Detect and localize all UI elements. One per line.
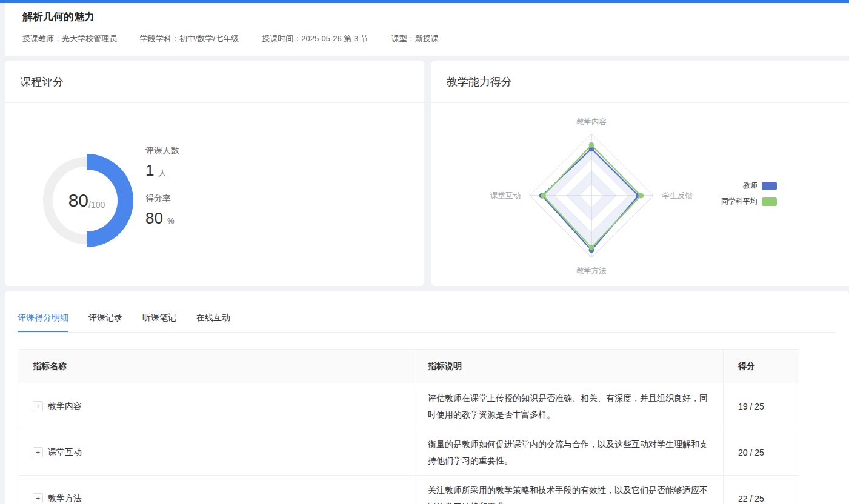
expand-row-button[interactable]: + — [33, 447, 43, 457]
course-meta-item: 授课教师：光大学校管理员 — [22, 33, 117, 44]
indicator-desc: 衡量的是教师如何促进课堂内的交流与合作，以及这些互动对学生理解和支持他们学习的重… — [428, 436, 708, 469]
tab-item[interactable]: 听课笔记 — [142, 313, 176, 332]
course-meta-item: 学段学科：初中/数学/七年级 — [140, 33, 239, 44]
reviewers-unit: 人 — [158, 168, 166, 179]
teaching-ability-card-title: 教学能力得分 — [447, 75, 512, 89]
indicator-name: 教学方法 — [48, 493, 82, 504]
legend-label: 同学科平均 — [721, 196, 757, 207]
teaching-ability-card-header: 教学能力得分 — [431, 61, 849, 103]
column-indicator-name: 指标名称 — [18, 350, 413, 383]
indicator-score: 20 / 25 — [738, 448, 764, 457]
indicator-name: 课堂互动 — [48, 447, 82, 458]
legend-label: 教师 — [743, 181, 757, 191]
indicator-name-cell: + 教学内容 — [18, 383, 413, 429]
indicator-score-cell: 22 / 25 — [723, 476, 799, 504]
legend-item[interactable]: 教师 — [743, 181, 777, 191]
course-score-card-header: 课程评分 — [5, 61, 424, 103]
svg-text:教学内容: 教学内容 — [576, 118, 607, 126]
table-row: + 课堂互动 衡量的是教师如何促进课堂内的交流与合作，以及这些互动对学生理解和支… — [18, 429, 799, 476]
radar-legend: 教师同学科平均 — [721, 181, 777, 207]
course-header: 解析几何的魅力 授课教师：光大学校管理员学段学科：初中/数学/七年级授课时间：2… — [5, 3, 849, 56]
meta-value: 光大学校管理员 — [62, 34, 117, 43]
legend-item[interactable]: 同学科平均 — [721, 196, 777, 207]
meta-value: 2025-05-26 第 3 节 — [301, 34, 368, 43]
indicator-name: 教学内容 — [48, 401, 82, 412]
svg-text:学生反馈: 学生反馈 — [662, 191, 693, 200]
donut-score-value: 80 — [68, 190, 88, 211]
score-donut-chart: 80/100 — [35, 148, 139, 253]
indicator-score-cell: 20 / 25 — [723, 429, 799, 475]
tab-item[interactable]: 在线互动 — [196, 313, 230, 332]
donut-center-text: 80/100 — [35, 148, 139, 253]
course-score-card-title: 课程评分 — [20, 75, 64, 89]
indicator-table: 指标名称 指标说明 得分 + 教学内容 评估教师在课堂上传授的知识是否准确、相关… — [18, 349, 799, 504]
indicator-desc: 评估教师在课堂上传授的知识是否准确、相关、有深度，并且组织良好，同时使用的教学资… — [428, 390, 708, 423]
score-rate-label: 得分率 — [145, 193, 179, 204]
meta-value: 新授课 — [415, 34, 439, 43]
teaching-ability-card: 教学能力得分 教学内容学生反馈教学方法课堂互动 教师同学科平均 — [431, 61, 849, 286]
tab-item[interactable]: 评课记录 — [88, 313, 122, 332]
meta-value: 初中/数学/七年级 — [179, 34, 239, 43]
svg-text:教学方法: 教学方法 — [576, 267, 607, 275]
indicator-score-cell: 19 / 25 — [723, 383, 799, 429]
column-score: 得分 — [723, 350, 799, 383]
meta-label: 授课时间： — [262, 34, 301, 43]
score-stats: 评课人数 1 人 得分率 80 % — [145, 145, 179, 228]
expand-row-button[interactable]: + — [33, 401, 43, 411]
indicator-desc-cell: 关注教师所采用的教学策略和技术手段的有效性，以及它们是否能够适应不同的学习风格和… — [413, 476, 723, 504]
course-meta-row: 授课教师：光大学校管理员学段学科：初中/数学/七年级授课时间：2025-05-2… — [22, 33, 439, 44]
indicator-name-cell: + 教学方法 — [18, 476, 413, 504]
indicator-desc-cell: 评估教师在课堂上传授的知识是否准确、相关、有深度，并且组织良好，同时使用的教学资… — [413, 383, 723, 429]
legend-marker — [762, 197, 777, 206]
detail-tabs: 评课得分明细评课记录听课笔记在线互动 — [18, 313, 836, 333]
score-rate-value: 80 — [145, 209, 163, 228]
radar-chart: 教学内容学生反馈教学方法课堂互动 — [431, 103, 849, 286]
score-rate-unit: % — [167, 216, 175, 225]
column-indicator-desc: 指标说明 — [413, 350, 723, 383]
tab-item[interactable]: 评课得分明细 — [18, 313, 68, 332]
svg-text:课堂互动: 课堂互动 — [490, 191, 521, 200]
meta-label: 课型： — [391, 34, 415, 43]
table-row: + 教学方法 关注教师所采用的教学策略和技术手段的有效性，以及它们是否能够适应不… — [18, 476, 799, 504]
reviewers-value: 1 — [145, 161, 154, 180]
donut-score-denominator: /100 — [88, 200, 105, 210]
indicator-score: 19 / 25 — [738, 402, 764, 411]
table-row: + 教学内容 评估教师在课堂上传授的知识是否准确、相关、有深度，并且组织良好，同… — [18, 383, 799, 429]
indicator-desc-cell: 衡量的是教师如何促进课堂内的交流与合作，以及这些互动对学生理解和支持他们学习的重… — [413, 429, 723, 475]
table-header-row: 指标名称 指标说明 得分 — [18, 350, 799, 383]
indicator-desc: 关注教师所采用的教学策略和技术手段的有效性，以及它们是否能够适应不同的学习风格和… — [428, 482, 708, 504]
detail-panel: 评课得分明细评课记录听课笔记在线互动 指标名称 指标说明 得分 + 教学内容 评… — [5, 291, 849, 504]
course-score-card: 课程评分 80/100 评课人数 1 人 得分率 80 % — [5, 61, 424, 286]
indicator-name-cell: + 课堂互动 — [18, 429, 413, 475]
course-meta-item: 课型：新授课 — [391, 33, 439, 44]
expand-row-button[interactable]: + — [33, 493, 43, 503]
meta-label: 学段学科： — [140, 34, 179, 43]
reviewers-label: 评课人数 — [145, 145, 179, 156]
indicator-score: 22 / 25 — [738, 494, 764, 503]
course-meta-item: 授课时间：2025-05-26 第 3 节 — [262, 33, 368, 44]
meta-label: 授课教师： — [22, 34, 62, 43]
page-title: 解析几何的魅力 — [22, 10, 95, 24]
legend-marker — [762, 182, 777, 190]
